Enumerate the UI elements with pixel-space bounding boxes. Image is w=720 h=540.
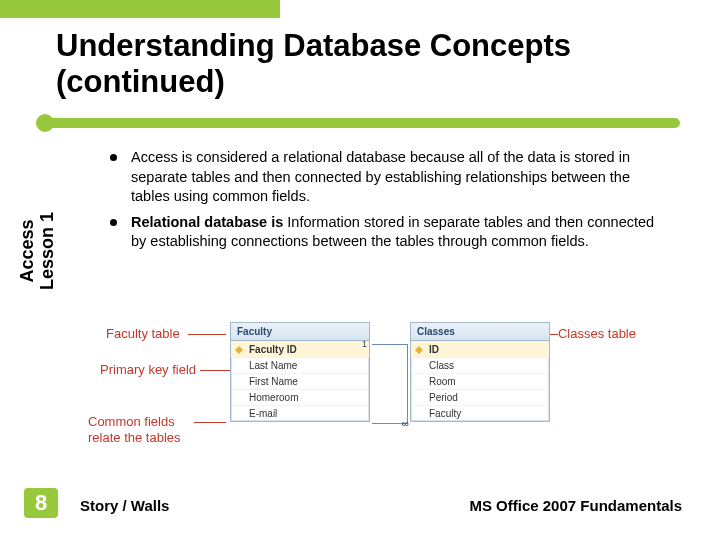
page-number: 8 [24,488,58,518]
bullet-list: Access is considered a relational databa… [110,148,670,258]
sidebar-line2: Lesson 1 [38,212,58,290]
bullet-item: Relational database is Information store… [110,213,670,252]
bullet-text: Access is considered a relational databa… [131,148,670,207]
relational-diagram: Faculty table Primary key field Common f… [100,320,640,460]
slide: Understanding Database Concepts (continu… [0,0,720,540]
table-row: E-mail [231,405,369,421]
accent-bar [0,0,280,18]
callout-line [200,370,230,371]
bullet-icon [110,219,117,226]
table-header: Classes [411,323,549,341]
callout-common-fields: Common fields relate the tables [88,414,198,445]
bullet-text: Relational database is Information store… [131,213,670,252]
relationship-connector [372,344,408,424]
bullet-item: Access is considered a relational databa… [110,148,670,207]
callout-line [188,334,226,335]
table-row-pk: Faculty ID [231,341,369,357]
callout-classes-table: Classes table [558,326,636,341]
table-row: Room [411,373,549,389]
callout-faculty-table: Faculty table [106,326,180,341]
footer-course: MS Office 2007 Fundamentals [469,497,682,514]
table-row: Class [411,357,549,373]
footer-authors: Story / Walls [80,497,169,514]
faculty-table: Faculty Faculty ID Last Name First Name … [230,322,370,422]
sidebar-line1: Access [18,212,38,290]
table-row: Homeroom [231,389,369,405]
table-row-pk: ID [411,341,549,357]
table-header: Faculty [231,323,369,341]
bullet-icon [110,154,117,161]
table-row: Faculty [411,405,549,421]
table-row: Last Name [231,357,369,373]
classes-table: Classes ID Class Room Period Faculty [410,322,550,422]
sidebar-label: Access Lesson 1 [18,212,58,290]
callout-primary-key: Primary key field [100,362,196,377]
table-row: Period [411,389,549,405]
table-row: First Name [231,373,369,389]
title-underline [40,118,680,128]
callout-line [194,422,226,423]
slide-title: Understanding Database Concepts (continu… [56,28,676,99]
